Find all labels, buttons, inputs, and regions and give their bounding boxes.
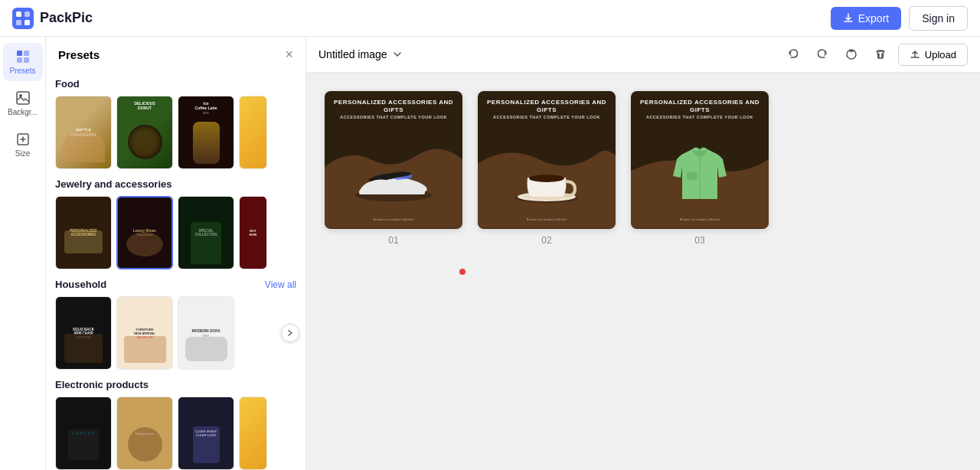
jewelry-templates-row: Personalized Accessories Luxury ShoesFin… bbox=[55, 196, 296, 269]
slide-text-top-02: Personalized Accessories And Gifts Acces… bbox=[478, 99, 616, 120]
template-food-2[interactable]: DELICIOUSDONUT bbox=[116, 96, 173, 169]
canvas-title[interactable]: Untitled image bbox=[318, 48, 403, 60]
delete-icon bbox=[874, 48, 887, 60]
undo-button[interactable] bbox=[782, 43, 805, 66]
chevron-right-icon bbox=[286, 329, 294, 337]
template-electronics-3[interactable]: CLEAR SHAVECLEAR LOOK bbox=[178, 397, 234, 470]
toolbar-item-background[interactable]: Backgr... bbox=[3, 84, 43, 122]
canvas-actions: Upload bbox=[782, 43, 968, 66]
svg-rect-4 bbox=[24, 20, 30, 25]
background-label: Backgr... bbox=[8, 108, 38, 116]
svg-rect-3 bbox=[16, 20, 21, 25]
section-title-household: Household View all bbox=[55, 279, 296, 290]
background-icon bbox=[15, 90, 31, 106]
close-presets-button[interactable]: × bbox=[285, 47, 293, 61]
svg-rect-9 bbox=[17, 92, 29, 104]
presets-title: Presets bbox=[58, 48, 100, 61]
food-templates-row: WATTLECROISSANTS DELICIOUSDONUT IceCoffe… bbox=[55, 96, 296, 169]
size-label: Size bbox=[15, 149, 30, 158]
slide-card-03[interactable]: Personalized Accessories And Gifts Acces… bbox=[631, 91, 769, 229]
slide-wrapper-02: Personalized Accessories And Gifts Acces… bbox=[478, 91, 616, 246]
household-scroll-button[interactable] bbox=[281, 324, 299, 342]
slide-text-top-01: Personalized Accessories And Gifts Acces… bbox=[325, 99, 462, 120]
app-logo: PackPic bbox=[12, 8, 93, 29]
template-food-3[interactable]: IceCoffee Latte30% bbox=[178, 96, 234, 169]
household-row-wrapper: Solid BackArm ChairSHOP NOW FURNITURENEW… bbox=[55, 296, 296, 370]
main-layout: Presets Backgr... Size Presets × bbox=[0, 37, 980, 470]
left-toolbar: Presets Backgr... Size bbox=[0, 37, 46, 470]
slide-wrapper-03: Personalized Accessories And Gifts Acces… bbox=[631, 91, 769, 246]
redo-icon bbox=[816, 48, 828, 60]
template-household-3[interactable]: Modern Sofa$900 bbox=[178, 296, 234, 370]
header-actions: Export Sign in bbox=[831, 6, 968, 31]
slides-container: Personalized Accessories And Gifts Acces… bbox=[325, 91, 769, 246]
sneaker-svg bbox=[351, 157, 436, 203]
toolbar-item-size[interactable]: Size bbox=[3, 126, 43, 164]
slide-footer-03: Browse our curated collection bbox=[631, 217, 769, 221]
slide-number-01: 01 bbox=[388, 235, 398, 246]
slide-card-01[interactable]: Personalized Accessories And Gifts Acces… bbox=[325, 91, 462, 229]
presets-content: Food WATTLECROISSANTS DELICIOUSDONUT bbox=[46, 69, 305, 470]
toolbar-item-presets[interactable]: Presets bbox=[3, 43, 43, 81]
template-jewelry-1[interactable]: Personalized Accessories bbox=[55, 196, 112, 269]
svg-rect-1 bbox=[16, 11, 21, 17]
presets-panel: Presets × Food WATTLECROISSANTS bbox=[46, 37, 306, 470]
presets-header: Presets × bbox=[46, 37, 305, 69]
household-view-all[interactable]: View all bbox=[265, 279, 296, 290]
svg-rect-13 bbox=[359, 191, 425, 194]
upload-button[interactable]: Upload bbox=[898, 44, 968, 66]
svg-rect-5 bbox=[17, 51, 22, 56]
slide-inner-03: Personalized Accessories And Gifts Acces… bbox=[631, 91, 769, 229]
refresh-button[interactable] bbox=[840, 43, 863, 66]
canvas-area: Untitled image bbox=[306, 37, 980, 470]
slide-footer-01: Browse our curated collection bbox=[325, 217, 462, 221]
red-dot-indicator bbox=[459, 269, 466, 275]
slide-inner-02: Personalized Accessories And Gifts Acces… bbox=[478, 91, 616, 229]
jacket-svg bbox=[665, 138, 734, 207]
slide-number-03: 03 bbox=[694, 235, 704, 246]
delete-button[interactable] bbox=[869, 43, 892, 66]
household-templates-row: Solid BackArm ChairSHOP NOW FURNITURENEW… bbox=[55, 296, 296, 370]
template-jewelry-3[interactable]: SPECIALCOLLECTION bbox=[178, 196, 234, 269]
canvas-toolbar: Untitled image bbox=[306, 37, 980, 73]
upload-icon bbox=[910, 49, 920, 60]
logo-icon bbox=[12, 8, 34, 29]
svg-rect-8 bbox=[24, 57, 29, 63]
section-title-food: Food bbox=[55, 78, 296, 90]
presets-icon bbox=[15, 49, 31, 64]
app-name: PackPic bbox=[40, 10, 93, 26]
signin-button[interactable]: Sign in bbox=[909, 6, 968, 31]
electronics-templates-row: CAPCUT Headphones CLEAR SHAVECLEAR LOOK bbox=[55, 397, 296, 470]
template-household-1[interactable]: Solid BackArm ChairSHOP NOW bbox=[55, 296, 112, 370]
presets-label: Presets bbox=[10, 67, 36, 75]
svg-rect-7 bbox=[17, 57, 22, 63]
redo-button[interactable] bbox=[811, 43, 834, 66]
template-household-2[interactable]: FURNITURENEW ARRIVALSALE 80% OFF bbox=[116, 296, 173, 370]
svg-point-17 bbox=[529, 175, 564, 182]
coffee-svg bbox=[512, 151, 581, 204]
slide-product-sneaker bbox=[351, 157, 436, 206]
undo-icon bbox=[787, 48, 799, 60]
slide-product-coffee bbox=[512, 151, 581, 207]
template-electronics-2[interactable]: Headphones bbox=[116, 397, 173, 470]
slide-product-jacket bbox=[665, 138, 734, 210]
template-food-4[interactable] bbox=[239, 96, 267, 169]
slide-inner-01: Personalized Accessories And Gifts Acces… bbox=[325, 91, 462, 229]
download-icon bbox=[843, 13, 854, 24]
slide-card-02[interactable]: Personalized Accessories And Gifts Acces… bbox=[478, 91, 616, 229]
svg-rect-6 bbox=[24, 51, 29, 56]
app-header: PackPic Export Sign in bbox=[0, 0, 980, 37]
template-electronics-4[interactable] bbox=[239, 397, 267, 470]
template-jewelry-4[interactable]: BUYNOW bbox=[239, 196, 267, 269]
upload-label: Upload bbox=[925, 49, 956, 60]
template-jewelry-2[interactable]: Luxury ShoesFinest Detail bbox=[116, 196, 173, 269]
svg-rect-19 bbox=[687, 172, 697, 180]
slide-number-02: 02 bbox=[541, 235, 551, 246]
template-electronics-1[interactable]: CAPCUT bbox=[55, 397, 112, 470]
section-title-jewelry: Jewelry and accessories bbox=[55, 178, 296, 190]
export-button[interactable]: Export bbox=[831, 7, 901, 30]
section-title-electronics: Electronic products bbox=[55, 379, 296, 390]
refresh-icon bbox=[845, 48, 858, 60]
slide-wrapper-01: Personalized Accessories And Gifts Acces… bbox=[325, 91, 462, 246]
template-food-1[interactable]: WATTLECROISSANTS bbox=[55, 96, 112, 169]
